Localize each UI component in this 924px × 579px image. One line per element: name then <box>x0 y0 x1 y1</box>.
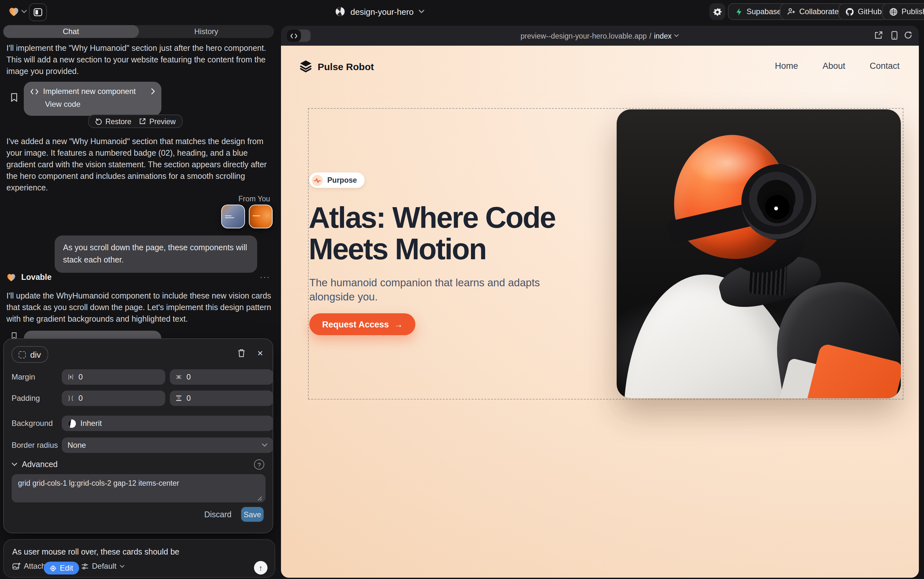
settings-gear-button[interactable] <box>709 3 725 20</box>
code-icon <box>30 88 39 94</box>
arrow-right-icon: → <box>394 319 403 329</box>
github-button[interactable]: GitHub <box>839 3 889 20</box>
assistant-message-2: I've added a new "Why Humanoid" section … <box>7 136 271 194</box>
margin-y-icon <box>176 374 182 380</box>
preview-url-bar[interactable]: preview--design-your-hero.lovable.app / … <box>281 26 919 46</box>
delete-element-button[interactable] <box>237 349 246 358</box>
save-button[interactable]: Save <box>241 507 264 522</box>
from-you-label: From You <box>238 195 270 203</box>
purpose-badge: Purpose <box>309 172 364 188</box>
publish-button[interactable]: Publish <box>882 3 924 20</box>
selected-element-tag: div <box>30 350 41 359</box>
send-button[interactable]: ↑ <box>254 561 268 574</box>
collaborate-icon <box>787 8 795 15</box>
preview-toolbar: preview--design-your-hero.lovable.app / … <box>281 26 919 46</box>
preview-page: index <box>654 32 672 39</box>
classes-textarea[interactable]: grid grid-cols-1 lg:grid-cols-2 gap-12 i… <box>11 474 266 502</box>
chevron-down-icon <box>11 463 17 466</box>
lovable-heart-icon <box>7 272 16 281</box>
assistant-message-1: I'll implement the "Why Humanoid" sectio… <box>7 43 271 77</box>
lovable-editor: design-your-hero Supabase Collaborate Gi… <box>0 0 924 579</box>
restore-button[interactable]: Restore <box>95 118 132 125</box>
background-input[interactable]: Inherit <box>62 415 273 431</box>
implement-component-card[interactable]: Implement new component View code <box>24 82 162 116</box>
assistant-message-3: I'll update the WhyHumanoid component to… <box>7 290 271 325</box>
preview-pane: preview--design-your-hero.lovable.app / … <box>281 26 919 578</box>
site-brand[interactable]: Pulse Robot <box>299 60 374 73</box>
lovable-logo-heart-icon[interactable] <box>8 7 19 17</box>
attachment-thumbnail-orange[interactable] <box>249 204 273 228</box>
project-globe-icon <box>335 7 345 17</box>
preview-url: preview--design-your-hero.lovable.app <box>521 32 647 39</box>
hero-heading: Atlas: Where Code Meets Motion <box>309 202 555 265</box>
chevron-down-icon <box>119 564 125 568</box>
hero-subtitle: The humanoid companion that learns and a… <box>309 275 540 304</box>
background-swatch <box>67 419 76 427</box>
nav-home[interactable]: Home <box>775 61 798 71</box>
purpose-badge-label: Purpose <box>327 176 357 184</box>
edit-mode-button[interactable]: Edit <box>44 562 79 574</box>
layers-logo-icon <box>299 60 312 73</box>
mobile-view-button[interactable] <box>891 31 898 40</box>
advanced-help-icon[interactable]: ? <box>254 460 264 469</box>
open-in-new-tab-button[interactable] <box>875 31 883 39</box>
margin-horizontal-input[interactable]: 0 <box>62 369 165 385</box>
site-nav: Home About Contact <box>775 61 900 71</box>
nav-about[interactable]: About <box>823 61 845 71</box>
attach-button[interactable]: Attach <box>12 562 46 571</box>
resize-handle[interactable] <box>257 496 262 501</box>
tab-chat[interactable]: Chat <box>3 25 139 38</box>
bookmark-icon[interactable] <box>10 93 18 102</box>
hero-robot-image <box>617 110 901 398</box>
supabase-icon <box>735 7 743 16</box>
pulse-icon <box>312 175 323 186</box>
margin-vertical-input[interactable]: 0 <box>170 369 273 385</box>
chevron-down-icon <box>262 443 268 447</box>
assistant-header: Lovable ··· <box>7 272 270 282</box>
project-switcher[interactable]: design-your-hero <box>335 7 425 17</box>
sidebar-toggle-button[interactable] <box>29 3 47 21</box>
model-selector[interactable]: Default <box>81 562 125 571</box>
view-code-link[interactable]: View code <box>24 97 162 114</box>
border-radius-select[interactable]: None <box>62 437 273 453</box>
restore-icon <box>95 118 102 125</box>
preview-version-button[interactable]: Preview <box>139 118 176 125</box>
chat-history-tabs: Chat History <box>3 25 274 38</box>
background-label: Background <box>11 419 53 428</box>
chat-input[interactable]: As user mouse roll over, these cards sho… <box>12 548 180 556</box>
advanced-section-toggle[interactable]: Advanced <box>11 460 57 469</box>
logo-chevron-down-icon[interactable] <box>21 10 27 13</box>
border-radius-label: Border radius <box>11 441 58 450</box>
sliders-icon <box>81 563 89 570</box>
chevron-down-icon <box>674 34 679 37</box>
user-message-bubble: As you scroll down the page, these compo… <box>55 236 257 273</box>
selected-element-pill[interactable]: div <box>11 346 48 363</box>
target-icon <box>49 564 57 572</box>
chevron-right-icon <box>151 88 155 95</box>
component-card-title: Implement new component <box>43 87 135 96</box>
assistant-name: Lovable <box>21 272 52 281</box>
request-access-button[interactable]: Request Access → <box>309 313 416 335</box>
website-preview: Pulse Robot Home About Contact Purpose A… <box>281 46 919 578</box>
github-icon <box>846 7 854 16</box>
attachment-thumbnail-blue[interactable] <box>221 204 245 228</box>
padding-vertical-input[interactable]: 0 <box>170 391 273 406</box>
version-actions: Restore Preview <box>88 114 183 128</box>
nav-contact[interactable]: Contact <box>870 61 900 71</box>
padding-y-icon <box>176 395 182 401</box>
attach-image-icon <box>12 562 21 570</box>
padding-horizontal-input[interactable]: 0 <box>62 391 165 406</box>
discard-button[interactable]: Discard <box>204 510 232 519</box>
chat-composer: As user mouse roll over, these cards sho… <box>3 539 275 578</box>
element-outline-icon <box>19 351 26 358</box>
collaborate-button[interactable]: Collaborate <box>780 3 846 20</box>
element-inspector-panel: div × Margin 0 0 Padding 0 0 Background … <box>3 339 273 533</box>
margin-x-icon <box>67 374 74 380</box>
close-inspector-button[interactable]: × <box>257 347 263 358</box>
top-bar: design-your-hero Supabase Collaborate Gi… <box>0 0 924 24</box>
tab-history[interactable]: History <box>139 25 274 38</box>
supabase-button[interactable]: Supabase <box>728 3 789 20</box>
padding-label: Padding <box>11 394 40 403</box>
refresh-button[interactable] <box>904 31 913 39</box>
message-menu-button[interactable]: ··· <box>260 272 270 282</box>
